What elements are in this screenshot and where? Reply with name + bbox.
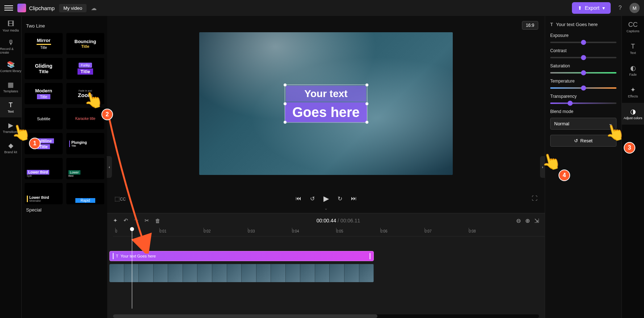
blend-mode-select[interactable]: Normal ⌄ xyxy=(550,118,616,130)
scrollbar-thumb[interactable] xyxy=(113,314,377,318)
user-avatar[interactable]: M xyxy=(630,3,640,13)
expand-timeline-handle[interactable]: ⌄ xyxy=(107,206,545,213)
nav-fade[interactable]: ◐Fade xyxy=(622,59,644,81)
nav-transitions[interactable]: ▶Transitions xyxy=(0,117,21,138)
nav-effects[interactable]: ✦Effects xyxy=(622,81,644,103)
nav-label: Text xyxy=(630,51,636,55)
template-zoom[interactable]: Fade in andZoom xyxy=(66,83,104,104)
clip-handle-right[interactable] xyxy=(369,253,371,259)
preview-area: 16:9 Your text Goes here xyxy=(107,16,545,191)
annotation-arrow xyxy=(101,116,159,254)
template-funky[interactable]: FunkyTitle xyxy=(66,58,104,79)
overlay-text-line2[interactable]: Goes here xyxy=(285,102,367,122)
timeline-scrollbar[interactable] xyxy=(113,314,539,318)
nav-captions[interactable]: CCCaptions xyxy=(622,16,644,38)
app-logo[interactable]: Clipchamp xyxy=(17,4,55,12)
template-lower-third-split[interactable]: Lower thirdSplit xyxy=(25,158,63,179)
resize-handle[interactable] xyxy=(284,84,287,87)
contrast-slider[interactable] xyxy=(550,57,616,58)
zoom-fit-button[interactable]: ⇲ xyxy=(534,217,539,224)
collapse-left-handle[interactable]: ‹ xyxy=(107,156,112,178)
fullscreen-button[interactable]: ⛶ xyxy=(532,195,538,202)
selected-element-name: Your text Goes here xyxy=(556,22,598,27)
timeline-tracks[interactable]: T Your text Goes here xyxy=(107,237,545,314)
nav-content-library[interactable]: 📚Content library xyxy=(0,57,21,77)
template-text: Title xyxy=(78,68,93,75)
template-text: Title xyxy=(71,145,87,147)
nav-templates[interactable]: ▦Templates xyxy=(0,77,21,97)
zoom-in-button[interactable]: ⊕ xyxy=(525,217,530,224)
nav-brand-kit[interactable]: ◆Brand kit xyxy=(0,138,21,158)
export-button[interactable]: ⬆ Export ▾ xyxy=(572,2,611,14)
slider-thumb[interactable] xyxy=(568,101,573,106)
section-special: Special xyxy=(26,207,103,213)
nav-label: Content library xyxy=(0,69,21,73)
template-subtitle[interactable]: Subtitle xyxy=(25,108,63,129)
nav-label: Brand kit xyxy=(4,150,17,154)
skip-start-button[interactable]: ⏮ xyxy=(296,195,301,202)
zoom-out-button[interactable]: ⊖ xyxy=(516,217,521,224)
help-button[interactable]: ? xyxy=(615,3,625,13)
video-clip[interactable] xyxy=(109,264,374,282)
slider-thumb[interactable] xyxy=(581,70,586,75)
current-time: 00:00.44 xyxy=(317,218,336,223)
temperature-slider[interactable] xyxy=(550,87,616,89)
aspect-ratio-button[interactable]: 16:9 xyxy=(522,21,538,30)
nav-label: Captions xyxy=(627,29,640,33)
resize-handle[interactable] xyxy=(365,121,368,124)
template-text: Title xyxy=(37,94,50,99)
timecode-sep: / xyxy=(336,218,340,223)
upload-icon: ⬆ xyxy=(578,5,582,11)
template-multiline[interactable]: MultilineTitle xyxy=(25,133,63,154)
nav-text-props[interactable]: TText xyxy=(622,38,644,59)
menu-button[interactable] xyxy=(4,4,13,12)
reset-button[interactable]: ↺ Reset xyxy=(550,135,616,147)
nav-label: Fade xyxy=(629,73,637,76)
template-lower-third-min[interactable]: Lower thirdMinimalist xyxy=(25,183,63,204)
template-modern[interactable]: ModernTitle xyxy=(25,83,63,104)
transitions-icon: ▶ xyxy=(8,121,13,129)
template-rapid[interactable]: Rapid xyxy=(66,183,104,204)
adjust-colors-icon: ◑ xyxy=(630,108,636,116)
template-panel: Two Line MirrorTitle BouncingTitle Glidi… xyxy=(22,16,107,318)
template-gliding[interactable]: GlidingTitle xyxy=(25,58,63,79)
timeline-ruler[interactable]: 0 0:01 0:02 0:03 0:04 0:05 0:06 0:07 0:0… xyxy=(113,228,545,237)
nav-record-create[interactable]: 🎙Record & create xyxy=(0,36,21,57)
template-text: Gliding xyxy=(35,63,52,69)
template-text: Karaoke title xyxy=(75,117,96,121)
text-overlay[interactable]: Your text Goes here xyxy=(285,85,367,123)
nav-adjust-colors[interactable]: ◑Adjust colors xyxy=(622,103,644,125)
text-icon: T xyxy=(550,22,553,27)
template-plunging[interactable]: PlungingTitle xyxy=(66,133,104,154)
slider-thumb[interactable] xyxy=(581,40,586,45)
template-karaoke[interactable]: Karaoke title xyxy=(66,108,104,129)
duration: 00:06.11 xyxy=(340,218,360,223)
ruler-mark: 0:02 xyxy=(204,229,210,233)
transparency-slider[interactable] xyxy=(550,102,616,104)
slider-thumb[interactable] xyxy=(581,55,586,60)
saturation-slider[interactable] xyxy=(550,72,616,74)
template-bouncing[interactable]: BouncingTitle xyxy=(66,33,104,54)
overlay-text-line1[interactable]: Your text xyxy=(286,86,366,102)
video-canvas[interactable]: Your text Goes here xyxy=(199,32,453,175)
project-name-field[interactable]: My video xyxy=(59,4,87,12)
collapse-right-handle[interactable]: › xyxy=(540,156,545,178)
template-lower-third[interactable]: Lowerthird xyxy=(66,158,104,179)
exposure-slider[interactable] xyxy=(550,42,616,43)
nav-your-media[interactable]: 🎞Your media xyxy=(0,16,21,36)
nav-text[interactable]: TText xyxy=(0,97,21,117)
slider-thumb[interactable] xyxy=(581,85,586,91)
template-mirror[interactable]: MirrorTitle xyxy=(25,33,63,54)
clip-handle-left[interactable] xyxy=(113,253,114,259)
resize-handle[interactable] xyxy=(284,121,287,124)
resize-handle[interactable] xyxy=(284,102,287,105)
forward-button[interactable]: ↻ xyxy=(338,195,342,202)
template-text: third xyxy=(68,175,74,177)
play-button[interactable]: ▶ xyxy=(323,194,329,203)
resize-handle[interactable] xyxy=(365,84,368,87)
rewind-button[interactable]: ↺ xyxy=(310,195,315,202)
nav-label: Your media xyxy=(3,29,19,32)
resize-handle[interactable] xyxy=(365,102,368,105)
skip-end-button[interactable]: ⏭ xyxy=(351,195,357,202)
playhead[interactable] xyxy=(132,228,132,309)
